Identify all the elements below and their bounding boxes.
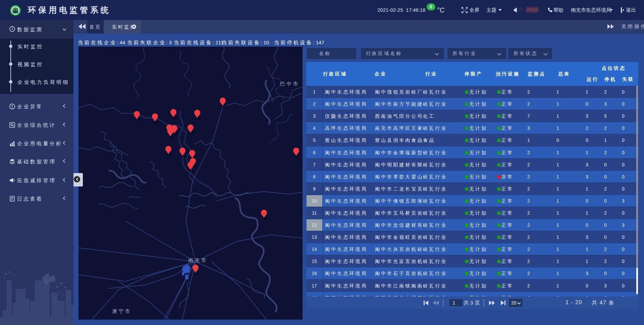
svg-text:巴中市: 巴中市 bbox=[280, 81, 300, 87]
svg-text:南充市: 南充市 bbox=[188, 257, 208, 263]
svg-text:遂宁市: 遂宁市 bbox=[112, 308, 131, 314]
